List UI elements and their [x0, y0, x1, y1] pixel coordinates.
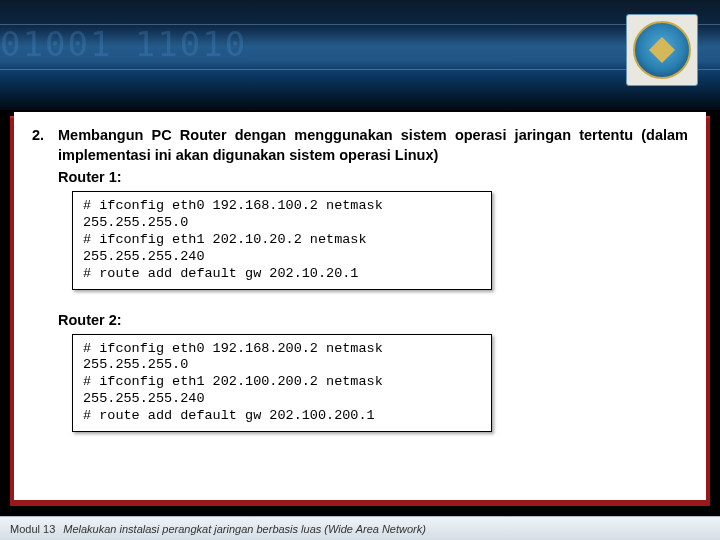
router2-code: # ifconfig eth0 192.168.200.2 netmask 25… — [72, 334, 492, 432]
item-text: Membangun PC Router dengan menggunakan s… — [58, 126, 688, 165]
footer-title: Melakukan instalasi perangkat jaringan b… — [63, 523, 426, 535]
main-panel: 2. Membangun PC Router dengan menggunaka… — [10, 116, 710, 506]
router2-label: Router 2: — [58, 312, 688, 328]
header-bar — [0, 24, 720, 70]
logo-icon — [633, 21, 691, 79]
header-banner: 01001 11010 — [0, 0, 720, 110]
list-item: 2. Membangun PC Router dengan menggunaka… — [32, 126, 688, 165]
router1-label: Router 1: — [58, 169, 688, 185]
footer-module: Modul 13 — [10, 523, 55, 535]
footer: Modul 13 Melakukan instalasi perangkat j… — [0, 516, 720, 540]
content-card: 2. Membangun PC Router dengan menggunaka… — [14, 112, 706, 500]
item-number: 2. — [32, 126, 58, 165]
logo-box — [626, 14, 698, 86]
router1-code: # ifconfig eth0 192.168.100.2 netmask 25… — [72, 191, 492, 289]
